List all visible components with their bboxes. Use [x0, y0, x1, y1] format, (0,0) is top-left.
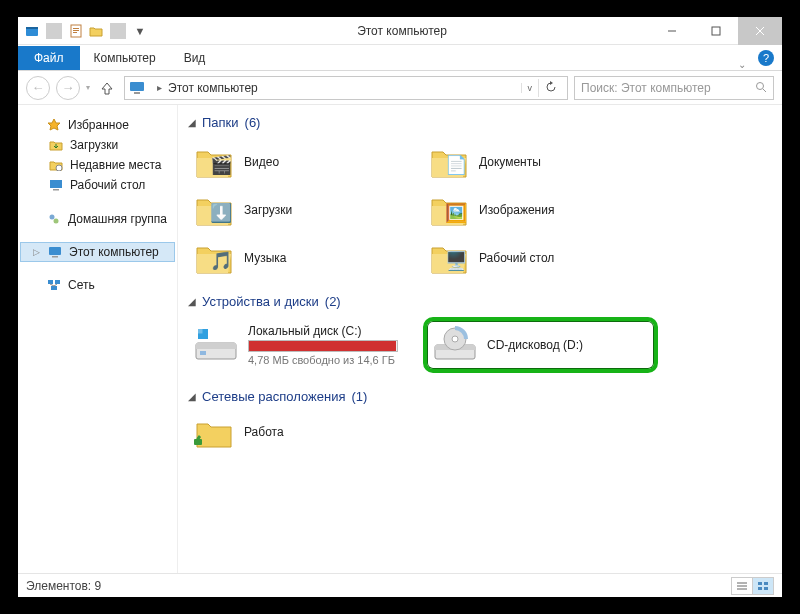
- folder-item[interactable]: 📄Документы: [423, 138, 658, 186]
- collapse-caret-icon[interactable]: ◢: [188, 296, 196, 307]
- svg-point-18: [54, 219, 59, 224]
- folder-label: Документы: [479, 155, 541, 169]
- group-header-devices[interactable]: ◢ Устройства и диски (2): [188, 290, 772, 317]
- net-location-label: Работа: [244, 425, 284, 439]
- new-folder-icon[interactable]: [88, 23, 104, 39]
- search-icon: [755, 79, 767, 97]
- maximize-button[interactable]: [694, 17, 738, 45]
- search-box[interactable]: Поиск: Этот компьютер: [574, 76, 774, 100]
- drive-free-space: 4,78 МБ свободно из 14,6 ГБ: [248, 354, 398, 366]
- svg-rect-41: [758, 587, 762, 590]
- address-dropdown-icon[interactable]: v: [521, 83, 539, 93]
- explorer-window: ▼ Этот компьютер Файл Компьютер Вид ⌄ ? …: [18, 17, 782, 597]
- details-view-button[interactable]: [731, 577, 753, 595]
- nav-label: Рабочий стол: [70, 178, 145, 192]
- ribbon-tabs: Файл Компьютер Вид ⌄ ?: [18, 45, 782, 71]
- nav-label: Загрузки: [70, 138, 118, 152]
- status-items-count: 9: [95, 579, 102, 593]
- network-icon: [46, 277, 62, 293]
- folder-item[interactable]: 🖼️Изображения: [423, 186, 658, 234]
- svg-rect-40: [764, 582, 768, 585]
- net-location-work[interactable]: Работа: [188, 412, 423, 452]
- forward-button[interactable]: →: [56, 76, 80, 100]
- nav-favorites[interactable]: Избранное: [18, 115, 177, 135]
- nav-fav-desktop[interactable]: Рабочий стол: [18, 175, 177, 195]
- tab-computer[interactable]: Компьютер: [80, 46, 170, 70]
- nav-homegroup[interactable]: Домашняя группа: [18, 209, 177, 229]
- nav-this-pc[interactable]: ▷ Этот компьютер: [20, 242, 175, 262]
- svg-rect-5: [73, 32, 77, 33]
- nav-network[interactable]: Сеть: [18, 275, 177, 295]
- folder-label: Рабочий стол: [479, 251, 554, 265]
- navigation-pane: Избранное Загрузки Недавние места Рабочи…: [18, 105, 178, 573]
- svg-rect-7: [712, 27, 720, 35]
- svg-line-24: [50, 284, 54, 286]
- expand-caret-icon[interactable]: ▷: [33, 247, 41, 257]
- hdd-icon: [194, 325, 238, 365]
- folder-icon: 📄: [429, 144, 469, 180]
- close-button[interactable]: [738, 17, 782, 45]
- nav-fav-recent[interactable]: Недавние места: [18, 155, 177, 175]
- svg-rect-20: [52, 256, 58, 258]
- svg-rect-23: [51, 286, 57, 290]
- svg-rect-42: [764, 587, 768, 590]
- tab-view[interactable]: Вид: [170, 46, 220, 70]
- back-button[interactable]: ←: [26, 76, 50, 100]
- window-title: Этот компьютер: [154, 24, 650, 38]
- svg-point-14: [56, 165, 62, 171]
- folder-icon: 🖥️: [429, 240, 469, 276]
- svg-rect-19: [49, 247, 61, 255]
- group-title: Папки: [202, 115, 239, 130]
- breadcrumb-this-pc[interactable]: Этот компьютер: [168, 81, 258, 95]
- group-header-folders[interactable]: ◢ Папки (6): [188, 111, 772, 138]
- collapse-caret-icon[interactable]: ◢: [188, 391, 196, 402]
- nav-fav-downloads[interactable]: Загрузки: [18, 135, 177, 155]
- svg-rect-27: [196, 343, 236, 349]
- network-folder-icon: [194, 414, 234, 450]
- svg-rect-28: [200, 351, 206, 355]
- group-count: (2): [325, 294, 341, 309]
- ribbon-expand-icon[interactable]: ⌄: [730, 59, 754, 70]
- nav-label: Этот компьютер: [69, 245, 159, 259]
- folder-download-icon: [48, 137, 64, 153]
- drive-d-cd[interactable]: CD-дисковод (D:): [423, 317, 658, 373]
- svg-rect-1: [26, 27, 38, 29]
- help-button[interactable]: ?: [758, 50, 774, 66]
- properties-icon[interactable]: [68, 23, 84, 39]
- history-dropdown-icon[interactable]: ▾: [86, 83, 90, 92]
- computer-icon: [129, 81, 145, 95]
- svg-rect-30: [198, 329, 203, 334]
- folder-item[interactable]: 🎬Видео: [188, 138, 423, 186]
- folder-item[interactable]: 🎵Музыка: [188, 234, 423, 282]
- svg-rect-35: [194, 439, 202, 445]
- nav-label: Избранное: [68, 118, 129, 132]
- folder-item[interactable]: 🖥️Рабочий стол: [423, 234, 658, 282]
- status-items-label: Элементов:: [26, 579, 91, 593]
- tiles-view-button[interactable]: [752, 577, 774, 595]
- up-button[interactable]: [96, 77, 118, 99]
- chevron-right-icon[interactable]: ▸: [151, 82, 168, 93]
- svg-rect-39: [758, 582, 762, 585]
- refresh-button[interactable]: [538, 79, 563, 97]
- collapse-caret-icon[interactable]: ◢: [188, 117, 196, 128]
- nav-label: Домашняя группа: [68, 212, 167, 226]
- minimize-button[interactable]: [650, 17, 694, 45]
- svg-point-17: [50, 215, 55, 220]
- folder-icon: 🖼️: [429, 192, 469, 228]
- folder-icon: 🎬: [194, 144, 234, 180]
- svg-rect-16: [53, 189, 59, 191]
- group-title: Устройства и диски: [202, 294, 319, 309]
- folder-item[interactable]: ⬇️Загрузки: [188, 186, 423, 234]
- folder-label: Изображения: [479, 203, 554, 217]
- star-icon: [46, 117, 62, 133]
- group-header-net[interactable]: ◢ Сетевые расположения (1): [188, 385, 772, 412]
- address-bar[interactable]: ▸ Этот компьютер v: [124, 76, 568, 100]
- capacity-bar: [248, 340, 398, 352]
- group-title: Сетевые расположения: [202, 389, 345, 404]
- file-tab[interactable]: Файл: [18, 46, 80, 70]
- qat-dropdown-icon[interactable]: ▼: [132, 23, 148, 39]
- folder-label: Музыка: [244, 251, 286, 265]
- drive-c[interactable]: Локальный диск (C:) 4,78 МБ свободно из …: [188, 317, 423, 373]
- svg-rect-11: [134, 92, 140, 94]
- svg-point-12: [757, 82, 764, 89]
